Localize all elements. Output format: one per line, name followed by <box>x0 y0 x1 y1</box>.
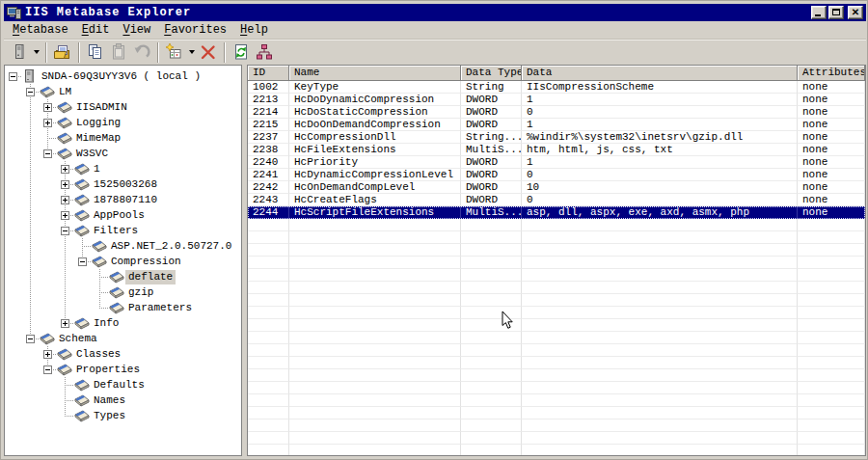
connect-computer-button-dropdown[interactable] <box>31 41 41 64</box>
tree-item-gzip[interactable]: gzip <box>5 284 241 300</box>
menu-item-view[interactable]: View <box>117 22 156 38</box>
tree-item-parameters[interactable]: Parameters <box>5 300 241 315</box>
tree-indent <box>5 238 22 254</box>
expand-plus-icon[interactable] <box>61 196 69 204</box>
menu-item-metabase[interactable]: Metabase <box>7 22 74 38</box>
table-row[interactable]: 2215HcDoOnDemandCompressionDWORD1none <box>248 119 865 131</box>
table-row[interactable]: 2237HcCompressionDllString...%windir%\sy… <box>248 131 865 144</box>
minimize-button[interactable] <box>811 6 827 19</box>
menu-item-edit[interactable]: Edit <box>76 22 116 38</box>
new-record-button-dropdown[interactable] <box>186 41 197 64</box>
tree-item-defaults[interactable]: Defaults <box>5 377 241 392</box>
empty-cell <box>798 369 865 382</box>
tree-item-classes[interactable]: Classes <box>5 346 241 362</box>
tree-indent <box>57 284 74 300</box>
maximize-button[interactable] <box>828 6 844 19</box>
undo-button[interactable] <box>130 41 153 64</box>
empty-cell <box>248 407 289 419</box>
empty-cell <box>461 369 522 382</box>
delete-button[interactable] <box>197 41 220 64</box>
table-cell-id: 2214 <box>248 106 289 119</box>
expand-plus-icon[interactable] <box>61 211 69 220</box>
table-row[interactable]: 2241HcDynamicCompressionLevelDWORD0none <box>248 169 865 181</box>
tree-item-lm[interactable]: LM <box>5 84 241 99</box>
tree-item-1525003268[interactable]: 1525003268 <box>5 176 241 192</box>
tree-item-1878807110[interactable]: 1878807110 <box>5 192 241 207</box>
table-row[interactable]: 2244HcScriptFileExtensionsMultiS...asp, … <box>248 206 865 219</box>
empty-cell <box>289 307 461 319</box>
column-header-data-type[interactable]: Data Type <box>461 66 522 81</box>
collapse-minus-icon[interactable] <box>9 72 17 81</box>
refresh-button[interactable] <box>230 41 253 64</box>
tree-item-types[interactable]: Types <box>5 408 241 423</box>
collapse-minus-icon[interactable] <box>78 257 87 266</box>
empty-cell <box>248 432 289 445</box>
expand-plus-icon[interactable] <box>61 180 69 189</box>
tree-indent <box>22 99 40 115</box>
table-row[interactable]: 2214HcDoStaticCompressionDWORD0none <box>248 106 865 119</box>
expand-plus-icon[interactable] <box>61 165 69 174</box>
collapse-minus-icon[interactable] <box>43 365 52 374</box>
tree-item-1[interactable]: 1 <box>5 161 241 176</box>
tree-item-asp-net-2-0-50727-0[interactable]: ASP.NET_2.0.50727.0 <box>5 238 241 254</box>
empty-cell <box>461 219 522 231</box>
collapse-minus-icon[interactable] <box>26 335 35 343</box>
tree-item-snda-69q3uyy3v6-local-[interactable]: SNDA-69Q3UYY3V6 ( local ) <box>5 68 241 84</box>
table-cell-type: DWORD <box>461 119 522 131</box>
tree-item-filters[interactable]: Filters <box>5 223 241 238</box>
table-row[interactable]: 2242HcOnDemandCompLevelDWORD10none <box>248 181 865 194</box>
empty-cell <box>248 282 289 294</box>
collapse-minus-icon[interactable] <box>61 227 69 235</box>
expand-plus-icon[interactable] <box>43 350 52 359</box>
table-row[interactable]: 1002KeyTypeStringIIsCompressionSchemenon… <box>248 81 865 94</box>
empty-cell <box>289 294 461 307</box>
expand-plus-icon[interactable] <box>61 319 69 328</box>
tree-item-compression[interactable]: Compression <box>5 254 241 269</box>
copy-button[interactable] <box>84 41 107 64</box>
view-tree-button[interactable] <box>253 41 276 64</box>
tree-item-iisadmin[interactable]: IISADMIN <box>5 99 241 115</box>
paste-button[interactable] <box>107 41 130 64</box>
tree-connector <box>40 115 57 130</box>
tree-item-properties[interactable]: Properties <box>5 362 241 377</box>
tree-guide-line <box>65 416 74 417</box>
metabase-key-icon <box>74 176 91 192</box>
table-cell-id: 2241 <box>248 169 289 181</box>
tree-item-mimemap[interactable]: MimeMap <box>5 130 241 146</box>
tree-item-label: ASP.NET_2.0.50727.0 <box>108 239 234 254</box>
tree-item-schema[interactable]: Schema <box>5 331 241 346</box>
tree-item-apppools[interactable]: AppPools <box>5 207 241 223</box>
table-cell-id: 1002 <box>248 81 289 94</box>
menu-item-help[interactable]: Help <box>234 22 274 38</box>
tree-guide-line <box>99 308 109 309</box>
app-window: IIS Metabase Explorer ✕ MetabaseEditView… <box>0 0 868 460</box>
table-row[interactable]: 2240HcPriorityDWORD1none <box>248 156 865 169</box>
expand-plus-icon[interactable] <box>43 119 52 127</box>
column-header-data[interactable]: Data <box>522 66 798 81</box>
column-header-id[interactable]: ID <box>248 66 289 81</box>
table-cell-data: 0 <box>522 169 798 181</box>
table-row[interactable]: 2238HcFileExtensionsMultiS...htm, html, … <box>248 144 865 156</box>
tree-connector <box>57 176 74 192</box>
open-button[interactable] <box>51 41 74 64</box>
empty-cell <box>522 407 798 419</box>
menu-item-favorites[interactable]: Favorites <box>158 22 232 38</box>
tree-item-deflate[interactable]: deflate <box>5 269 241 284</box>
expand-plus-icon[interactable] <box>43 103 52 112</box>
column-header-name[interactable]: Name <box>289 66 461 81</box>
collapse-minus-icon[interactable] <box>43 149 52 158</box>
connect-computer-button[interactable] <box>8 41 31 64</box>
column-header-attributes[interactable]: Attributes <box>798 66 865 81</box>
tree-guide-line <box>65 238 66 254</box>
metabase-key-icon <box>109 284 125 300</box>
tree-item-info[interactable]: Info <box>5 315 241 331</box>
table-row[interactable]: 2213HcDoDynamicCompressionDWORD1none <box>248 94 865 106</box>
tree-indent <box>74 269 92 284</box>
collapse-minus-icon[interactable] <box>26 88 35 96</box>
tree-item-w3svc[interactable]: W3SVC <box>5 146 241 161</box>
new-record-button[interactable] <box>163 41 186 64</box>
close-button[interactable]: ✕ <box>848 6 863 19</box>
tree-item-names[interactable]: Names <box>5 392 241 408</box>
table-row[interactable]: 2243HcCreateFlagsDWORD0none <box>248 194 865 206</box>
tree-item-logging[interactable]: Logging <box>5 115 241 130</box>
